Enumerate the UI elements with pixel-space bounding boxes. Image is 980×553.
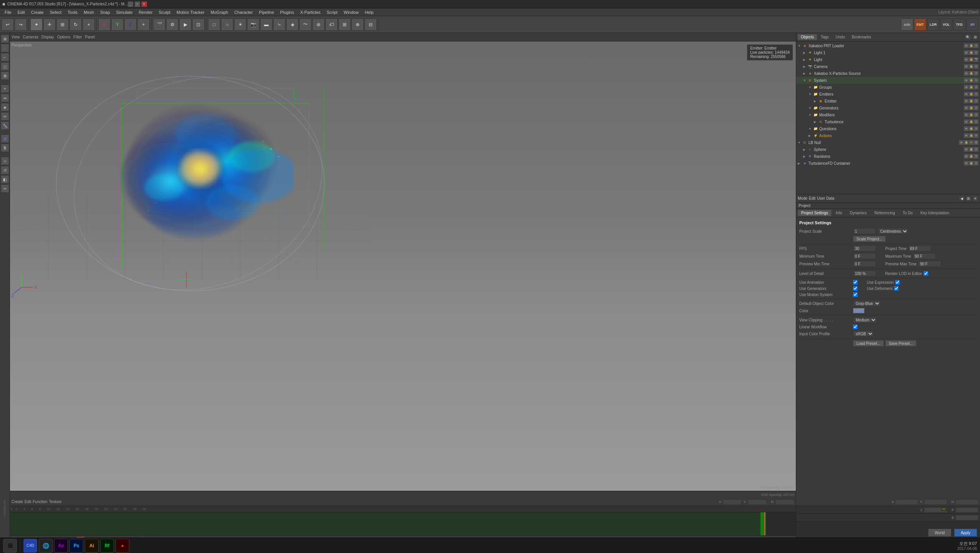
close-icon[interactable]: ✕ [974,85,978,89]
eye-icon[interactable]: 👁 [964,126,968,131]
menu-select[interactable]: Select [47,8,65,16]
apply-button[interactable]: Apply [954,529,977,536]
lock-icon[interactable]: 🔒 [969,154,973,159]
eye-icon[interactable]: 👁 [964,43,968,48]
array-button[interactable]: ⊞ [338,18,351,31]
taskbar-ae[interactable]: Ae [54,539,68,553]
sidebar-edges-btn[interactable]: ⌐ [1,53,9,61]
lod-input[interactable] [853,270,876,276]
y-pos-input[interactable] [747,499,767,505]
ldr-button[interactable]: LDR [927,18,939,31]
menu-plugins[interactable]: Plugins [277,8,297,16]
menu-sculpt[interactable]: Sculpt [155,8,173,16]
sidebar-mirror-btn[interactable]: ⇔ [1,94,9,102]
lock-icon[interactable]: 🔒 [969,119,973,124]
solo-button[interactable]: solo [901,18,913,31]
tree-item-light[interactable]: ▶ ☀ Light 👁 🔒 📷 [796,56,980,63]
eye-icon[interactable]: 👁 [964,71,968,76]
lock-icon[interactable]: 🔒 [969,147,973,152]
sidebar-poly-btn[interactable]: ◻ [1,62,9,71]
transform-b-input[interactable] [955,515,978,520]
menu-tools[interactable]: Tools [64,8,81,16]
tree-item-prt-loader[interactable]: ▼ ◈ Xakatoo PRT Loader 👁 🔒 ✕ [796,42,980,49]
spline-button[interactable]: 〜 [299,18,312,31]
eye-icon[interactable]: 👁 [964,57,968,62]
sidebar-paint-btn[interactable]: ✏ [1,112,9,121]
project-time-input[interactable] [908,245,931,252]
tl-tab-function[interactable]: Function [33,500,47,504]
sidebar-poly2-btn[interactable]: ◧ [1,175,9,184]
preview-min-input[interactable] [853,261,876,267]
tl-tab-edit[interactable]: Edit [25,500,31,504]
eye-icon[interactable]: 👁 [964,147,968,152]
eye-icon[interactable]: 👁 [964,85,968,89]
scene-config-button[interactable]: ⚙ [972,35,978,40]
lock-icon[interactable]: 🔒 [969,106,973,110]
sidebar-mode-btn[interactable]: ⊞ [1,35,9,43]
render-lod-checkbox[interactable] [924,271,928,276]
use-expression-checkbox[interactable] [895,280,900,285]
close-icon[interactable]: ✕ [974,133,978,138]
emt-button[interactable]: EMT [914,18,926,31]
tl-tab-create[interactable]: Create [12,500,23,504]
tab-project-settings[interactable]: Project Settings [798,210,832,216]
menu-script[interactable]: Script [323,8,340,16]
scale-button[interactable]: ⊞ [56,18,69,31]
tab-bookmarks[interactable]: Bookmarks [849,34,874,40]
minimize-button[interactable]: _ [128,2,133,7]
tfd-button[interactable]: TFD [953,18,965,31]
tab-undo[interactable]: Undo [833,34,848,40]
sidebar-select2-btn[interactable]: ◈ [1,103,9,111]
view-menu[interactable]: View [12,35,20,39]
taskbar-start[interactable]: ⊞ [3,539,17,553]
close-icon[interactable]: ✕ [974,119,978,124]
menu-snap[interactable]: Snap [97,8,113,16]
sidebar-loop-btn[interactable]: ↺ [1,166,9,174]
menu-edit[interactable]: Edit [15,8,28,16]
eye-icon[interactable]: 👁 [964,92,968,96]
sidebar-uv-btn[interactable]: ⊠ [1,71,9,80]
tree-item-camera[interactable]: ▶ 📷 Camera 👁 🔒 ✕ [796,63,980,70]
close-icon[interactable]: ✕ [974,71,978,76]
use-motion-checkbox[interactable] [853,292,858,297]
use-animation-checkbox[interactable] [853,280,858,285]
linear-workflow-checkbox[interactable] [853,325,858,329]
tree-item-randoms[interactable]: ▶ ⁜ Randoms 👁 🔒 ✕ [796,153,980,160]
close-icon[interactable]: ✕ [974,161,978,166]
eye-icon[interactable]: 👁 [964,106,968,110]
menu-create[interactable]: Create [28,8,47,16]
lock-icon[interactable]: 🔒 [969,71,973,76]
taskbar-c4d[interactable]: C4D [23,539,37,553]
close-icon[interactable]: ✕ [974,154,978,159]
lock-icon[interactable]: 🔒 [969,126,973,131]
close-icon[interactable]: ✕ [969,140,973,145]
tree-item-xp-source[interactable]: ▶ ◈ Xakatoo X-Particles Source 👁 🔒 ✕ [796,70,980,77]
undo-button[interactable]: ↩ [2,18,14,31]
sphere-button[interactable]: ○ [221,18,233,31]
close-icon[interactable]: ✕ [974,50,978,55]
tree-item-actions[interactable]: ▶ ⚡ Actions 👁 🔒 ✕ [796,132,980,139]
vol-button[interactable]: VOL [940,18,952,31]
project-scale-input[interactable] [853,228,876,234]
tree-item-turbulence[interactable]: ▶ ≋ Turbulence 👁 🔒 ✕ [796,118,980,125]
move-button[interactable]: ✛ [43,18,56,31]
world-button[interactable]: World [928,529,951,536]
eye-icon[interactable]: 👁 [959,140,964,145]
tree-item-generators[interactable]: ▼ 📁 Generators 👁 🔒 ✕ [796,104,980,111]
eye-icon[interactable]: 👁 [964,161,968,166]
lock-icon[interactable]: 🔒 [969,113,973,117]
load-preset-button[interactable]: Load Preset... [853,340,884,346]
sidebar-grid-btn[interactable]: ⊞ [1,134,9,143]
tree-item-light1[interactable]: ▶ ☀ Light 1 👁 🔒 ✕ [796,49,980,56]
material-button[interactable]: ◈ [286,18,299,31]
transform-x-input[interactable] [895,499,918,505]
tree-item-questions[interactable]: ▼ 📁 Questions 👁 🔒 ✕ [796,125,980,132]
close-icon[interactable]: ✕ [974,43,978,48]
display-menu[interactable]: Display [41,35,54,39]
lock-icon[interactable]: 🔒 [969,78,973,83]
taskbar-ai[interactable]: Ai [85,539,99,553]
tree-item-groups[interactable]: ▼ 📁 Groups 👁 🔒 ✕ [796,84,980,91]
more-icon[interactable]: ⊞ [974,140,978,145]
tree-item-emitters[interactable]: ▼ 📁 Emitters 👁 🔒 ✕ [796,91,980,98]
tab-objects[interactable]: Objects [798,34,817,40]
